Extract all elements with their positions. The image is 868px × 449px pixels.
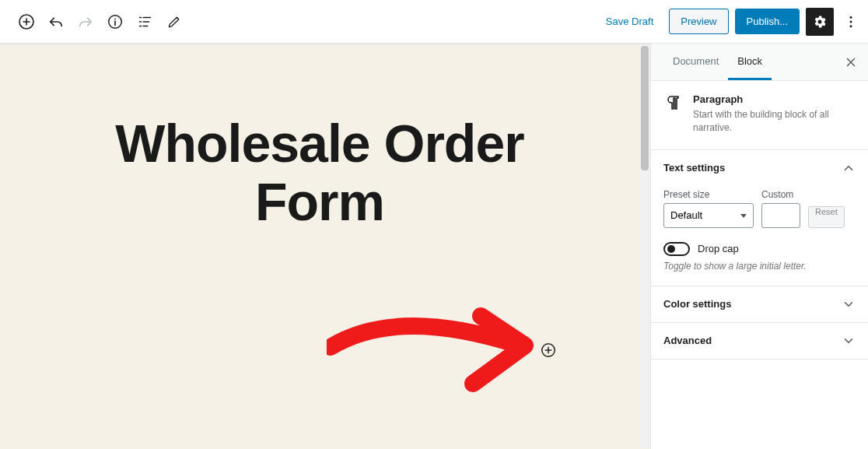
- reset-size-button[interactable]: Reset: [808, 206, 845, 228]
- top-toolbar: Save Draft Preview Publish...: [0, 0, 868, 44]
- block-description: Start with the building block of all nar…: [693, 108, 856, 135]
- info-icon: [107, 13, 124, 30]
- kebab-icon: [843, 14, 859, 30]
- post-title[interactable]: Wholesale Order Form: [54, 114, 585, 231]
- block-name: Paragraph: [693, 93, 856, 105]
- panel-title: Color settings: [663, 298, 731, 310]
- dropcap-toggle[interactable]: [663, 242, 690, 256]
- plus-circle-icon: [17, 12, 36, 31]
- close-icon: [845, 56, 857, 68]
- redo-icon: [77, 13, 94, 30]
- redo-button[interactable]: [72, 8, 100, 36]
- save-draft-button[interactable]: Save Draft: [597, 9, 663, 33]
- undo-icon: [47, 13, 65, 30]
- sidebar-tabs: Document Block: [651, 44, 868, 81]
- info-button[interactable]: [101, 8, 129, 36]
- toolbar-right-group: Save Draft Preview Publish...: [597, 8, 862, 36]
- svg-point-2: [114, 18, 116, 19]
- vertical-scrollbar[interactable]: [639, 46, 650, 447]
- edit-button[interactable]: [160, 8, 188, 36]
- custom-size-label: Custom: [761, 189, 800, 200]
- preview-button[interactable]: Preview: [669, 9, 728, 34]
- panel-title: Advanced: [663, 335, 712, 346]
- preset-size-label: Preset size: [663, 189, 754, 200]
- panel-text-settings: Text settings Preset size Default Custom: [651, 150, 868, 286]
- add-block-button[interactable]: [12, 8, 40, 36]
- panel-advanced-header[interactable]: Advanced: [651, 323, 868, 359]
- preset-size-select[interactable]: Default: [663, 203, 754, 228]
- list-icon: [136, 13, 153, 30]
- chevron-down-icon: [842, 334, 856, 348]
- plus-circle-icon: [540, 342, 557, 359]
- panel-color-settings-header[interactable]: Color settings: [651, 286, 868, 322]
- custom-size-input[interactable]: [761, 203, 800, 228]
- svg-point-4: [850, 20, 852, 23]
- publish-button[interactable]: Publish...: [735, 9, 800, 34]
- gear-icon: [812, 14, 828, 30]
- tab-block[interactable]: Block: [728, 44, 772, 80]
- undo-button[interactable]: [42, 8, 70, 36]
- chevron-up-icon: [842, 161, 856, 175]
- panel-text-settings-header[interactable]: Text settings: [651, 150, 868, 186]
- more-menu-button[interactable]: [840, 8, 862, 36]
- editor-canvas[interactable]: Wholesale Order Form: [0, 44, 650, 449]
- svg-point-5: [850, 25, 852, 27]
- toolbar-left-group: [12, 8, 188, 36]
- block-header: Paragraph Start with the building block …: [651, 81, 868, 150]
- panel-advanced: Advanced: [651, 323, 868, 360]
- dropcap-label: Drop cap: [698, 243, 739, 254]
- panel-title: Text settings: [663, 162, 725, 174]
- chevron-down-icon: [842, 297, 856, 311]
- sidebar-close-button[interactable]: [838, 50, 863, 75]
- outline-button[interactable]: [131, 8, 159, 36]
- dropcap-help: Toggle to show a large initial letter.: [663, 261, 856, 272]
- inline-add-block-button[interactable]: [540, 342, 557, 359]
- scrollbar-thumb[interactable]: [641, 46, 649, 170]
- paragraph-icon: [663, 93, 682, 135]
- tab-document[interactable]: Document: [663, 44, 728, 80]
- pencil-icon: [166, 14, 182, 30]
- settings-toggle-button[interactable]: [806, 8, 834, 36]
- svg-point-3: [850, 16, 852, 18]
- settings-sidebar: Document Block Paragraph Start with the …: [650, 44, 868, 449]
- panel-color-settings: Color settings: [651, 286, 868, 323]
